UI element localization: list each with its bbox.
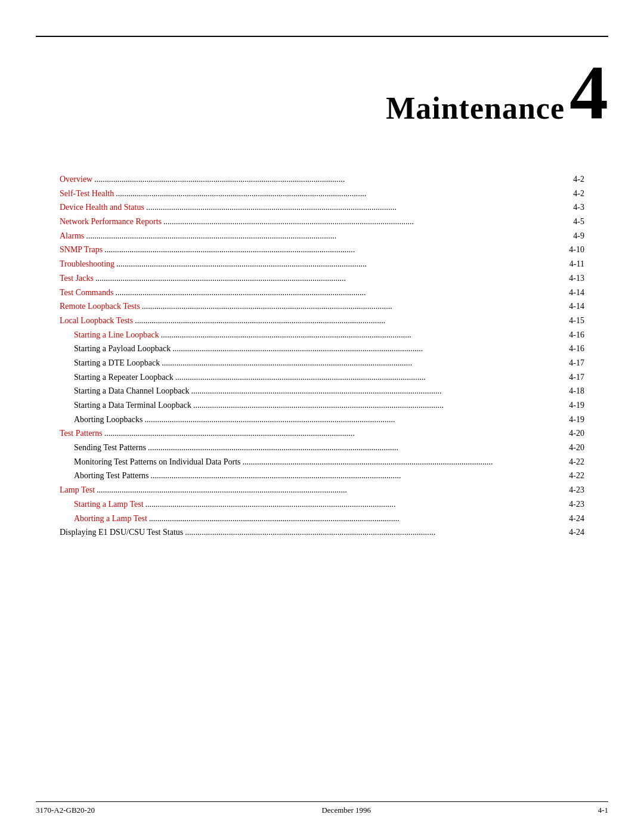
toc-entry-dots: ........................................…: [95, 272, 559, 285]
toc-entry[interactable]: Monitoring Test Patterns on Individual D…: [60, 456, 584, 469]
toc-entry[interactable]: SNMP Traps .............................…: [60, 243, 584, 256]
toc-entry-page: 4-18: [561, 385, 584, 398]
toc-entry-page: 4-22: [561, 469, 584, 482]
toc-entry[interactable]: Alarms .................................…: [60, 230, 584, 243]
toc-entry-text: Starting a Repeater Loopback: [74, 371, 174, 384]
toc-entry-dots: ........................................…: [146, 201, 559, 214]
toc-entry-text: Test Patterns: [60, 427, 103, 440]
toc-entry-dots: ........................................…: [191, 385, 559, 398]
toc-entry[interactable]: Starting a Lamp Test ...................…: [60, 498, 584, 511]
toc-entry-dots: ........................................…: [193, 399, 559, 412]
toc-entry[interactable]: Local Loopback Tests ...................…: [60, 314, 584, 327]
toc-entry-text: Monitoring Test Patterns on Individual D…: [74, 456, 241, 469]
toc-entry[interactable]: Test Commands ..........................…: [60, 286, 584, 299]
toc-entry-text: Aborting Loopbacks: [74, 413, 143, 426]
toc-entry[interactable]: Starting a Data Terminal Loopback ......…: [60, 399, 584, 412]
toc-entry-dots: ........................................…: [161, 329, 559, 342]
toc-entry[interactable]: Device Health and Status ...............…: [60, 201, 584, 214]
toc-entry-text: Starting a Line Loopback: [74, 329, 159, 342]
toc-entry[interactable]: Sending Test Patterns ..................…: [60, 441, 584, 454]
toc-entry-dots: ........................................…: [115, 286, 559, 299]
toc-entry[interactable]: Aborting Loopbacks .....................…: [60, 413, 584, 426]
toc-entry-text: Network Performance Reports: [60, 215, 162, 228]
toc-entry[interactable]: Starting a Repeater Loopback ...........…: [60, 371, 584, 384]
toc-entry-page: 4-23: [561, 484, 584, 497]
toc-entry-dots: ........................................…: [104, 243, 559, 256]
toc-entry-page: 4-19: [561, 399, 584, 412]
toc-entry-page: 4-15: [561, 314, 584, 327]
toc-entry-text: Alarms: [60, 230, 84, 243]
toc-entry-page: 4-13: [561, 272, 584, 285]
toc-entry-text: Lamp Test: [60, 484, 95, 497]
bottom-rule: [36, 801, 608, 802]
toc-entry-page: 4-24: [561, 512, 584, 525]
toc-entry-page: 4-3: [561, 201, 584, 214]
toc-entry-dots: ........................................…: [151, 469, 559, 482]
toc-entry-text: Sending Test Patterns: [74, 441, 146, 454]
toc-entry-text: Starting a DTE Loopback: [74, 357, 160, 370]
toc-entry[interactable]: Starting a DTE Loopback ................…: [60, 357, 584, 370]
toc-entry-text: Device Health and Status: [60, 201, 144, 214]
toc-entry-text: Starting a Data Channel Loopback: [74, 385, 190, 398]
toc-entry-page: 4-5: [561, 215, 584, 228]
toc-entry[interactable]: Starting a Line Loopback ...............…: [60, 329, 584, 342]
toc-container: Overview ...............................…: [60, 173, 584, 540]
toc-entry-page: 4-20: [561, 427, 584, 440]
toc-entry-page: 4-19: [561, 413, 584, 426]
toc-entry[interactable]: Displaying E1 DSU/CSU Test Status ......…: [60, 526, 584, 539]
toc-entry-text: Starting a Data Terminal Loopback: [74, 399, 191, 412]
toc-entry-dots: ........................................…: [163, 215, 559, 228]
toc-entry-page: 4-14: [561, 286, 584, 299]
toc-entry-page: 4-16: [561, 329, 584, 342]
chapter-title: Maintenance: [386, 91, 565, 126]
toc-entry-page: 4-24: [561, 526, 584, 539]
toc-entry[interactable]: Test Jacks .............................…: [60, 272, 584, 285]
toc-entry[interactable]: Overview ...............................…: [60, 173, 584, 186]
toc-entry-page: 4-22: [561, 456, 584, 469]
toc-entry-page: 4-11: [561, 258, 584, 271]
toc-entry-text: Troubleshooting: [60, 258, 114, 271]
toc-entry-text: Aborting a Lamp Test: [74, 512, 147, 525]
toc-entry-dots: ........................................…: [116, 187, 559, 200]
toc-entry-page: 4-2: [561, 173, 584, 186]
toc-entry[interactable]: Remote Loopback Tests ..................…: [60, 300, 584, 313]
footer-right: 4-1: [598, 806, 608, 815]
toc-entry-dots: ........................................…: [116, 258, 559, 271]
toc-entry-text: Starting a Lamp Test: [74, 498, 144, 511]
toc-entry-dots: ........................................…: [148, 441, 559, 454]
toc-entry-page: 4-14: [561, 300, 584, 313]
toc-entry[interactable]: Aborting a Lamp Test ...................…: [60, 512, 584, 525]
toc-entry[interactable]: Starting a Data Channel Loopback .......…: [60, 385, 584, 398]
toc-entry-dots: ........................................…: [86, 230, 559, 243]
toc-entry-page: 4-17: [561, 371, 584, 384]
toc-entry-dots: ........................................…: [97, 484, 559, 497]
toc-entry-dots: ........................................…: [172, 342, 559, 355]
toc-entry-page: 4-16: [561, 342, 584, 355]
toc-entry-text: SNMP Traps: [60, 243, 103, 256]
toc-entry[interactable]: Test Patterns ..........................…: [60, 427, 584, 440]
toc-entry-text: Displaying E1 DSU/CSU Test Status: [60, 526, 183, 539]
toc-entry-dots: ........................................…: [243, 456, 559, 469]
top-rule: [36, 36, 608, 37]
toc-entry[interactable]: Self-Test Health .......................…: [60, 187, 584, 200]
toc-entry-dots: ........................................…: [135, 314, 559, 327]
footer: 3170-A2-GB20-20 December 1996 4-1: [36, 806, 608, 815]
toc-entry-dots: ........................................…: [104, 427, 559, 440]
toc-entry-text: Test Jacks: [60, 272, 94, 285]
toc-entry[interactable]: Aborting Test Patterns .................…: [60, 469, 584, 482]
toc-entry-text: Starting a Payload Loopback: [74, 342, 171, 355]
toc-entry-text: Test Commands: [60, 286, 113, 299]
footer-left: 3170-A2-GB20-20: [36, 806, 95, 815]
toc-entry[interactable]: Troubleshooting ........................…: [60, 258, 584, 271]
toc-entry-dots: ........................................…: [162, 357, 559, 370]
toc-entry-page: 4-2: [561, 187, 584, 200]
toc-entry[interactable]: Starting a Payload Loopback ............…: [60, 342, 584, 355]
toc-entry[interactable]: Network Performance Reports ............…: [60, 215, 584, 228]
toc-entry-dots: ........................................…: [94, 173, 559, 186]
toc-entry-dots: ........................................…: [175, 371, 559, 384]
toc-entry[interactable]: Lamp Test ..............................…: [60, 484, 584, 497]
toc-entry-text: Local Loopback Tests: [60, 314, 133, 327]
toc-entry-page: 4-17: [561, 357, 584, 370]
page: Maintenance 4 Overview .................…: [0, 0, 644, 833]
toc-entry-dots: ........................................…: [145, 498, 559, 511]
